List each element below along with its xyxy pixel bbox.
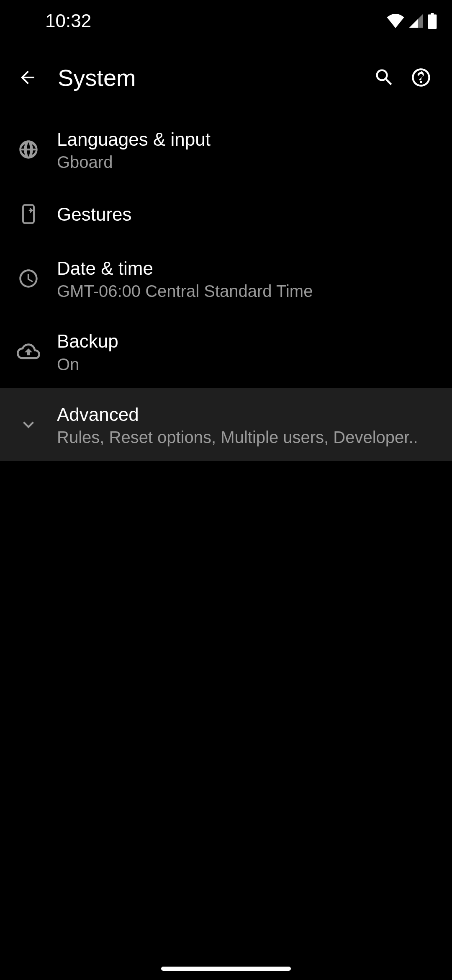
list-title: Date & time xyxy=(57,256,437,280)
list-subtitle: Rules, Reset options, Multiple users, De… xyxy=(57,428,437,447)
list-subtitle: GMT-06:00 Central Standard Time xyxy=(57,282,437,301)
status-time: 10:32 xyxy=(45,10,91,31)
svg-rect-0 xyxy=(23,205,34,223)
list-title: Languages & input xyxy=(57,127,437,151)
globe-icon xyxy=(15,136,42,163)
app-bar: System xyxy=(0,42,452,113)
search-button[interactable] xyxy=(366,59,403,96)
cell-signal-icon xyxy=(408,13,424,28)
list-text: Gestures xyxy=(57,202,437,226)
list-subtitle: On xyxy=(57,355,437,374)
gesture-nav-bar[interactable] xyxy=(161,967,291,971)
help-icon xyxy=(410,67,432,88)
status-icons xyxy=(387,13,437,29)
list-text: Backup On xyxy=(57,329,437,374)
list-item-languages-input[interactable]: Languages & input Gboard xyxy=(0,113,452,186)
battery-icon xyxy=(428,13,437,29)
list-subtitle: Gboard xyxy=(57,153,437,172)
cloud-upload-icon xyxy=(15,338,42,365)
list-item-gestures[interactable]: Gestures xyxy=(0,186,452,242)
settings-list: Languages & input Gboard Gestures Date &… xyxy=(0,113,452,461)
list-item-date-time[interactable]: Date & time GMT-06:00 Central Standard T… xyxy=(0,242,452,315)
search-icon xyxy=(373,67,395,88)
help-button[interactable] xyxy=(403,59,439,96)
list-title: Gestures xyxy=(57,202,437,226)
list-item-advanced[interactable]: Advanced Rules, Reset options, Multiple … xyxy=(0,388,452,461)
wifi-icon xyxy=(387,14,404,28)
arrow-back-icon xyxy=(18,67,38,88)
list-title: Advanced xyxy=(57,402,437,426)
gestures-icon xyxy=(15,201,42,227)
list-text: Advanced Rules, Reset options, Multiple … xyxy=(57,402,437,447)
list-item-backup[interactable]: Backup On xyxy=(0,315,452,388)
chevron-down-icon xyxy=(15,411,42,438)
page-title: System xyxy=(58,64,366,91)
back-button[interactable] xyxy=(13,62,43,93)
status-bar: 10:32 xyxy=(0,0,452,42)
list-text: Languages & input Gboard xyxy=(57,127,437,172)
list-text: Date & time GMT-06:00 Central Standard T… xyxy=(57,256,437,301)
list-title: Backup xyxy=(57,329,437,353)
clock-icon xyxy=(15,265,42,292)
